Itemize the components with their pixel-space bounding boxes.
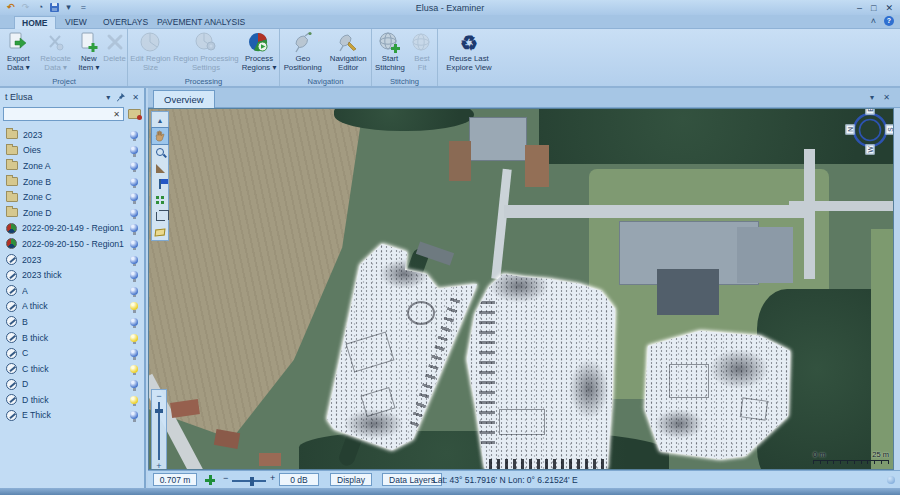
visibility-bulb-icon[interactable] [130, 209, 138, 217]
reuse-last-explore-view-button[interactable]: ♻ Reuse Last Explore View [438, 29, 500, 75]
zoom-out-icon[interactable]: − [156, 391, 161, 401]
folder-icon [6, 146, 18, 155]
measure-tool[interactable] [152, 160, 168, 176]
tree-item[interactable]: C [0, 345, 144, 361]
folder-icon [6, 193, 18, 202]
visibility-bulb-icon[interactable] [130, 240, 138, 248]
tab-list-dropdown-icon[interactable]: ▾ [870, 93, 874, 102]
relocate-data-button[interactable]: Relocate Data ▾ [36, 29, 76, 75]
flag-tool[interactable] [152, 176, 168, 192]
tree-item[interactable]: 2022-09-20-150 - Region1 [0, 236, 144, 252]
pin-icon[interactable] [117, 93, 125, 102]
minimize-button[interactable]: – [857, 3, 862, 13]
ribbon-collapse-icon[interactable]: ˄ [871, 16, 876, 26]
qat-customize-icon[interactable]: = [78, 3, 89, 12]
tree-item[interactable]: Oies [0, 143, 144, 159]
edit-region-size-button[interactable]: Edit Region Size [128, 29, 173, 75]
visibility-bulb-icon[interactable] [130, 131, 138, 139]
visibility-bulb-icon[interactable] [130, 287, 138, 295]
folder-filter-icon[interactable] [128, 109, 141, 119]
tree-item[interactable]: 2023 thick [0, 267, 144, 283]
crop-tool[interactable] [152, 208, 168, 224]
visibility-bulb-icon[interactable] [130, 396, 138, 404]
history-icon[interactable]: ◔ [35, 3, 46, 12]
zoom-in-icon[interactable]: + [156, 461, 161, 470]
zoom-magnifier-tool[interactable] [152, 144, 168, 160]
visibility-bulb-icon[interactable] [130, 271, 138, 279]
move-crosshair-icon[interactable] [205, 475, 215, 485]
geo-positioning-button[interactable]: Geo Positioning [280, 29, 326, 75]
tab-view[interactable]: VIEW [58, 16, 94, 29]
tab-close-icon[interactable]: ✕ [883, 93, 890, 102]
visibility-bulb-icon[interactable] [130, 162, 138, 170]
map-zoom-slider[interactable]: − + [151, 389, 167, 470]
delete-button[interactable]: Delete [102, 29, 127, 75]
new-item-button[interactable]: New Item ▾ [75, 29, 102, 75]
navigation-editor-button[interactable]: Navigation Editor [326, 29, 372, 75]
tree-item[interactable]: B [0, 314, 144, 330]
tree-item[interactable]: Zone C [0, 189, 144, 205]
tile-grid-tool[interactable] [152, 192, 168, 208]
visibility-bulb-icon[interactable] [130, 178, 138, 186]
save-icon[interactable] [50, 3, 59, 12]
tree-item[interactable]: B thick [0, 330, 144, 346]
restore-button[interactable]: □ [871, 3, 876, 13]
visibility-bulb-icon[interactable] [130, 380, 138, 388]
tree-item[interactable]: Zone A [0, 158, 144, 174]
tab-overlays[interactable]: OVERLAYS [96, 16, 155, 29]
gain-slider-handle[interactable] [250, 477, 254, 486]
tree-item[interactable]: C thick [0, 361, 144, 377]
depth-value-box[interactable]: 0.707 m [153, 473, 197, 486]
redo-icon[interactable]: ↷ [20, 3, 31, 12]
region-processing-settings-button[interactable]: Region Processing Settings [173, 29, 239, 75]
visibility-bulb-icon[interactable] [130, 193, 138, 201]
panel-dropdown-icon[interactable]: ▾ [106, 93, 110, 102]
tree-item[interactable]: E Thick [0, 408, 144, 424]
search-input[interactable]: ✕ [3, 107, 124, 121]
visibility-bulb-icon[interactable] [130, 334, 138, 342]
tree-item[interactable]: 2022-09-20-149 - Region1 [0, 221, 144, 237]
search-clear-icon[interactable]: ✕ [113, 110, 123, 119]
pan-hand-tool[interactable] [152, 128, 168, 144]
best-fit-button[interactable]: Best Fit [408, 29, 436, 75]
visibility-bulb-icon[interactable] [130, 256, 138, 264]
tree-item[interactable]: Zone B [0, 174, 144, 190]
tab-pavement-analysis[interactable]: PAVEMENT ANALYSIS [150, 16, 252, 29]
gain-value-box[interactable]: 0 dB [279, 473, 319, 486]
gain-decrease-icon[interactable]: − [223, 473, 228, 483]
tree-item[interactable]: Zone D [0, 205, 144, 221]
compass-rose[interactable]: E S W N [844, 108, 894, 156]
map-viewport[interactable]: ▲ − + E S W N 0 m [148, 108, 894, 470]
visibility-bulb-icon[interactable] [130, 302, 138, 310]
collapse-toolbar-icon[interactable]: ▲ [152, 112, 168, 128]
gain-slider[interactable] [232, 480, 266, 482]
visibility-bulb-icon[interactable] [130, 365, 138, 373]
resize-grip-icon[interactable] [887, 476, 895, 484]
tab-home[interactable]: HOME [14, 16, 56, 29]
polygon-select-tool[interactable] [152, 224, 168, 240]
tree-item[interactable]: 2023 [0, 127, 144, 143]
tree-item[interactable]: A [0, 283, 144, 299]
tree-item[interactable]: 2023 [0, 252, 144, 268]
close-button[interactable]: ✕ [885, 3, 893, 13]
panel-close-icon[interactable]: ✕ [132, 93, 139, 102]
map-scale-bar: 0 m 25 m [813, 450, 889, 467]
undo-icon[interactable]: ↶ [5, 3, 16, 12]
tree-item[interactable]: D [0, 377, 144, 393]
visibility-bulb-icon[interactable] [130, 146, 138, 154]
tree-item[interactable]: A thick [0, 299, 144, 315]
tree-item[interactable]: D thick [0, 392, 144, 408]
visibility-bulb-icon[interactable] [130, 224, 138, 232]
process-regions-button[interactable]: Process Regions ▾ [239, 29, 279, 75]
visibility-bulb-icon[interactable] [130, 411, 138, 419]
zoom-slider-handle[interactable] [155, 409, 163, 413]
visibility-bulb-icon[interactable] [130, 349, 138, 357]
qat-dropdown-icon[interactable]: ▾ [63, 3, 74, 12]
display-button[interactable]: Display [330, 473, 372, 486]
tab-overview[interactable]: Overview [153, 90, 215, 108]
export-data-button[interactable]: Export Data ▾ [1, 29, 36, 75]
help-icon[interactable]: ? [884, 16, 894, 26]
visibility-bulb-icon[interactable] [130, 318, 138, 326]
start-stitching-button[interactable]: Start Stitching [372, 29, 408, 75]
gain-increase-icon[interactable]: + [270, 473, 275, 483]
